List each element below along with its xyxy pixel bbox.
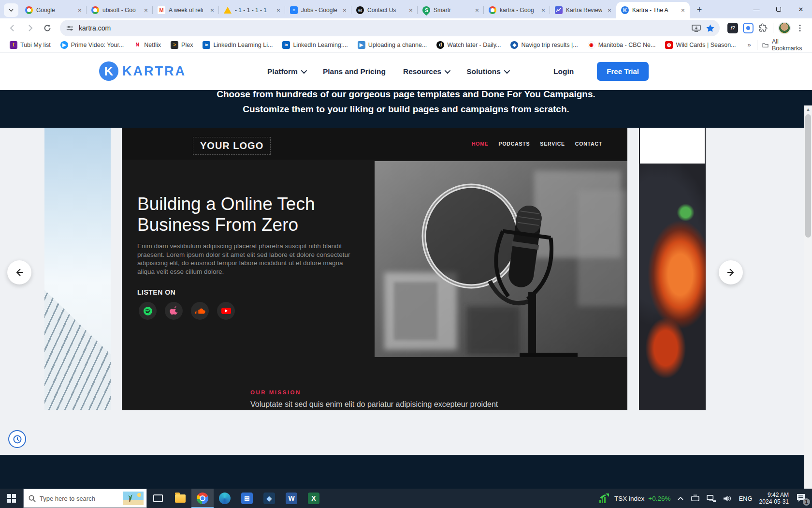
browser-tab[interactable]: Google ✕: [20, 2, 87, 18]
bookmark-item[interactable]: ▶Prime Video: Your...: [57, 40, 128, 50]
back-button[interactable]: [5, 20, 20, 36]
bookmark-item[interactable]: inLinkedIn Learning Li...: [199, 40, 276, 50]
taskbar-clock[interactable]: 9:42 AM 2024-05-31: [759, 492, 789, 505]
edge-button[interactable]: [214, 489, 236, 508]
network-icon[interactable]: [707, 494, 716, 503]
file-explorer-button[interactable]: [169, 489, 191, 508]
bookmark-item[interactable]: inLinkedIn Learning:...: [278, 40, 351, 50]
bookmarks-overflow-button[interactable]: »: [744, 41, 755, 48]
reload-button[interactable]: [40, 20, 55, 36]
tab-close-icon[interactable]: ✕: [539, 6, 547, 14]
scroll-up-arrow[interactable]: ▲: [804, 105, 812, 113]
bookmark-item[interactable]: tTubi My list: [6, 40, 55, 50]
browser-tab[interactable]: ≡ Jobs - Google ✕: [285, 2, 351, 18]
browser-tab-active[interactable]: K Kartra - The A ✕: [616, 2, 690, 18]
kartra-logo[interactable]: K KARTRA: [99, 61, 186, 81]
close-button[interactable]: ✕: [790, 0, 812, 18]
language-indicator[interactable]: ENG: [739, 495, 752, 502]
browser-tab[interactable]: M A week of reli ✕: [153, 2, 219, 18]
bookmark-item[interactable]: >Plex: [167, 40, 197, 50]
stock-ticker[interactable]: TSX index +0.26%: [599, 493, 670, 504]
spotify-button[interactable]: [139, 302, 157, 320]
browser-tab[interactable]: - 1 - 1 - 1 - 1 ✕: [219, 2, 285, 18]
bookmarks-bar: tTubi My list ▶Prime Video: Your... NNet…: [0, 38, 812, 52]
browser-tab[interactable]: ◎ Contact Us ✕: [351, 2, 418, 18]
template-nav-contact[interactable]: CONTACT: [575, 141, 602, 147]
nav-platform[interactable]: Platform: [267, 67, 305, 76]
bookmark-item[interactable]: NNetflix: [130, 40, 165, 50]
hidden-icons-button[interactable]: [677, 496, 684, 501]
bookmark-star-icon[interactable]: [706, 24, 715, 33]
tab-close-icon[interactable]: ✕: [473, 6, 481, 14]
task-view-button[interactable]: [147, 489, 169, 508]
volume-icon[interactable]: [723, 494, 732, 503]
youtube-button[interactable]: [217, 302, 235, 320]
tab-close-icon[interactable]: ✕: [407, 6, 415, 14]
tab-close-icon[interactable]: ✕: [606, 6, 613, 14]
nav-solutions[interactable]: Solutions: [466, 67, 508, 76]
nav-plans-and-pricing[interactable]: Plans and Pricing: [323, 67, 386, 76]
browser-tab[interactable]: S Smartr ✕: [418, 2, 484, 18]
tab-search-button[interactable]: [4, 3, 18, 17]
bookmark-item[interactable]: ▶Uploading a channe...: [354, 40, 431, 50]
tab-close-icon[interactable]: ✕: [76, 6, 84, 14]
bookmark-label: Prime Video: Your...: [71, 42, 124, 48]
tab-close-icon[interactable]: ✕: [275, 6, 282, 14]
new-tab-button[interactable]: +: [693, 3, 706, 16]
photos-button[interactable]: ◆: [258, 489, 280, 508]
bookmark-item[interactable]: ◉Manitoba - CBC Ne...: [584, 40, 660, 50]
browser-tab[interactable]: Kartra Review ✕: [550, 2, 616, 18]
profile-avatar[interactable]: [778, 22, 791, 34]
browser-tab[interactable]: ubisoft - Goo ✕: [87, 2, 153, 18]
chrome-button[interactable]: [191, 489, 214, 508]
display-sync-icon[interactable]: [691, 494, 700, 503]
address-bar[interactable]: kartra.com: [60, 20, 720, 36]
carousel-next-button[interactable]: [719, 260, 743, 284]
maximize-button[interactable]: [768, 0, 790, 18]
tab-close-icon[interactable]: ✕: [341, 6, 348, 14]
carousel-slide-previous[interactable]: [44, 128, 111, 410]
tab-close-icon[interactable]: ✕: [208, 6, 216, 14]
bookmark-label: Uploading a channe...: [368, 42, 427, 48]
arrow-right-icon: [726, 268, 736, 277]
nav-resources[interactable]: Resources: [403, 67, 449, 76]
menu-kebab-icon[interactable]: [796, 24, 804, 32]
template-nav-service[interactable]: SERVICE: [540, 141, 565, 147]
extension-dot-icon[interactable]: [743, 23, 754, 33]
action-center-button[interactable]: 1: [796, 493, 807, 504]
free-trial-button[interactable]: Free Trial: [597, 62, 649, 81]
tubi-icon: t: [10, 41, 17, 49]
nav-label: Platform: [267, 67, 298, 76]
bookmark-item[interactable]: ◍Wild Cards | Season...: [661, 40, 740, 50]
extension-f-icon[interactable]: f?: [727, 23, 738, 33]
all-bookmarks-button[interactable]: All Bookmarks: [757, 40, 809, 50]
template-nav-podcasts[interactable]: PODCASTS: [499, 141, 530, 147]
apple-podcasts-button[interactable]: [165, 302, 183, 320]
template-nav-home[interactable]: HOME: [472, 141, 489, 147]
browser-tab[interactable]: kartra - Goog ✕: [484, 2, 550, 18]
excel-button[interactable]: X: [303, 489, 325, 508]
scrollbar-thumb[interactable]: [805, 114, 811, 238]
toolbar-divider: [773, 23, 773, 33]
start-button[interactable]: [0, 489, 23, 508]
page-scrollbar[interactable]: ▲ ▼: [804, 105, 812, 489]
minimize-button[interactable]: —: [745, 0, 768, 18]
contact-favicon: ◎: [356, 6, 364, 14]
bookmark-item[interactable]: ◈Navigo trip results |...: [507, 40, 581, 50]
accessibility-widget-button[interactable]: [8, 430, 26, 448]
carousel-slide-next[interactable]: [639, 128, 706, 410]
youtube-upload-icon: ▶: [358, 41, 365, 49]
bookmark-item[interactable]: dWatch later - Daily...: [433, 40, 505, 50]
taskbar-search-box[interactable]: Type here to search: [23, 489, 147, 508]
install-icon[interactable]: [692, 24, 701, 32]
tab-close-icon[interactable]: ✕: [142, 6, 150, 14]
carousel-prev-button[interactable]: [7, 260, 31, 284]
login-link[interactable]: Login: [553, 67, 574, 76]
forward-button[interactable]: [22, 20, 38, 36]
bookmark-label: LinkedIn Learning Li...: [213, 42, 273, 48]
word-button[interactable]: W: [280, 489, 303, 508]
soundcloud-button[interactable]: [191, 302, 209, 320]
calculator-button[interactable]: ⊞: [236, 489, 258, 508]
tab-close-icon[interactable]: ✕: [679, 6, 687, 14]
extensions-puzzle-icon[interactable]: [758, 23, 768, 33]
